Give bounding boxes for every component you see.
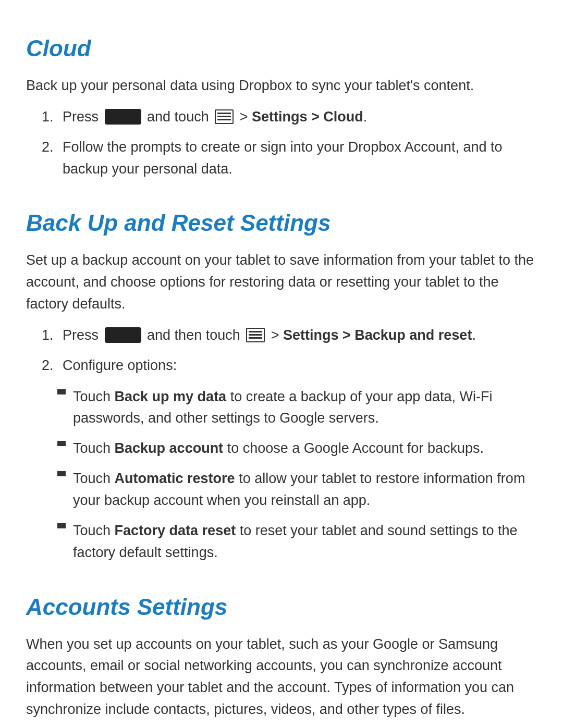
menu-icon-1 (215, 109, 234, 124)
press-button-2 (105, 327, 141, 343)
backup-bullet-1: Touch Back up my data to create a backup… (57, 386, 537, 430)
cloud-section: Cloud Back up your personal data using D… (26, 31, 537, 180)
backup-reset-steps: 1. Press and then touch > Settings > Bac… (26, 325, 537, 377)
backup-step-2: 2. Configure options: (36, 355, 537, 377)
and-touch-2: and then touch (147, 327, 240, 343)
backup-bullet-4: Touch Factory data reset to reset your t… (57, 520, 537, 564)
press-label-1: Press (63, 109, 99, 125)
accounts-settings-intro: When you set up accounts on your tablet,… (26, 634, 537, 721)
backup-reset-title: Back Up and Reset Settings (26, 206, 537, 240)
menu-icon-2 (246, 328, 265, 342)
backup-reset-section: Back Up and Reset Settings Set up a back… (26, 206, 537, 563)
bullet-icon-1 (57, 389, 66, 394)
backup-step-2-text: Configure options: (63, 355, 177, 377)
backup-step-1: 1. Press and then touch > Settings > Bac… (36, 325, 537, 347)
cloud-step-2-text: Follow the prompts to create or sign int… (63, 137, 537, 180)
bullet-icon-2 (57, 441, 66, 446)
bullet-icon-3 (57, 471, 66, 476)
press-button-1 (105, 109, 141, 125)
backup-bullet-list: Touch Back up my data to create a backup… (26, 386, 537, 564)
cloud-title: Cloud (26, 31, 537, 66)
bullet-icon-4 (57, 523, 66, 528)
page-container: Cloud Back up your personal data using D… (26, 0, 537, 728)
cloud-intro: Back up your personal data using Dropbox… (26, 75, 537, 97)
cloud-step-2: 2. Follow the prompts to create or sign … (36, 137, 537, 180)
backup-bullet-3: Touch Automatic restore to allow your ta… (57, 468, 537, 512)
accounts-settings-title: Accounts Settings (26, 590, 537, 624)
accounts-settings-section: Accounts Settings When you set up accoun… (26, 590, 537, 729)
backup-bullet-2: Touch Backup account to choose a Google … (57, 438, 537, 460)
and-touch-1: and touch (147, 109, 209, 125)
press-label-2: Press (63, 327, 99, 343)
cloud-step-1: 1. Press and touch > Settings > Cloud. (36, 106, 537, 128)
backup-reset-intro: Set up a backup account on your tablet t… (26, 250, 537, 315)
cloud-steps: 1. Press and touch > Settings > Cloud. 2… (26, 106, 537, 180)
